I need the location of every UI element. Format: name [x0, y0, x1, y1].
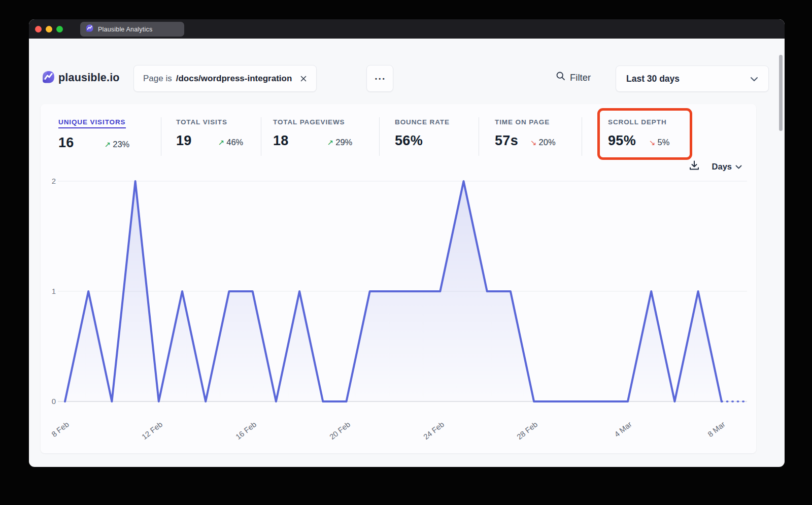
visitors-line-chart[interactable]: 2 1 0 [41, 175, 751, 409]
trend-down-icon: ↘ [649, 138, 656, 147]
interval-label: Days [712, 162, 732, 172]
metric-total-pageviews[interactable]: TOTAL PAGEVIEWS 18 ↗29% [273, 117, 352, 149]
page-filter-chip[interactable]: Page is /docs/wordpress-integration [133, 65, 317, 92]
x-axis-tick: 24 Feb [422, 420, 446, 441]
filter-search-button[interactable]: Filter [556, 71, 591, 84]
metric-label: TOTAL VISITS [176, 118, 227, 126]
window-controls [35, 26, 63, 32]
metric-label: TOTAL PAGEVIEWS [273, 118, 345, 126]
scrollbar-thumb[interactable] [779, 55, 783, 131]
x-axis-tick: 8 Mar [706, 420, 727, 439]
date-range-dropdown[interactable]: Last 30 days [616, 65, 769, 92]
divider [379, 117, 380, 156]
filter-chip-value: /docs/wordpress-integration [176, 74, 292, 84]
site-name[interactable]: plausible.io [58, 72, 120, 84]
ellipsis-icon: ••• [374, 76, 386, 82]
metric-scroll-depth[interactable]: SCROLL DEPTH 95% ↘5% [608, 117, 669, 149]
browser-titlebar: Plausible Analytics [29, 19, 785, 39]
metric-value: 56% [395, 133, 423, 149]
metric-unique-visitors[interactable]: UNIQUE VISITORS 16 ↗23% [58, 117, 129, 151]
x-axis-tick: 8 Feb [50, 420, 71, 439]
metric-label: SCROLL DEPTH [608, 118, 667, 126]
metric-label: UNIQUE VISITORS [58, 118, 126, 128]
metric-label: TIME ON PAGE [495, 118, 550, 126]
metric-total-visits[interactable]: TOTAL VISITS 19 ↗46% [176, 117, 243, 149]
trend-down-icon: ↘ [530, 138, 537, 147]
metric-change: 5% [658, 138, 670, 147]
search-icon [556, 71, 566, 84]
interval-dropdown[interactable]: Days [712, 162, 742, 172]
browser-tab[interactable]: Plausible Analytics [80, 22, 184, 37]
remove-filter-icon[interactable] [300, 75, 307, 82]
x-axis-tick: 28 Feb [515, 420, 539, 441]
trend-up-icon: ↗ [105, 140, 111, 149]
stats-card: UNIQUE VISITORS 16 ↗23% TOTAL VISITS 19 … [41, 104, 756, 453]
metric-value: 16 [58, 135, 74, 151]
plausible-logo-icon [42, 71, 55, 84]
plausible-favicon-icon [86, 24, 93, 35]
browser-window: Plausible Analytics plausible.io Page is… [29, 19, 785, 467]
metric-label: BOUNCE RATE [395, 118, 450, 126]
chevron-down-icon [735, 162, 742, 172]
metric-change: 29% [335, 138, 352, 147]
divider [161, 117, 161, 156]
metric-change: 20% [539, 138, 556, 147]
filter-label: Filter [570, 72, 591, 83]
divider [582, 117, 582, 156]
tab-title: Plausible Analytics [98, 26, 152, 33]
x-axis-tick: 20 Feb [328, 420, 352, 441]
x-axis-tick: 12 Feb [140, 420, 164, 441]
close-window-button[interactable] [35, 26, 42, 32]
more-options-button[interactable]: ••• [366, 65, 393, 92]
metric-value: 18 [273, 133, 289, 149]
minimize-window-button[interactable] [46, 26, 52, 32]
metric-bounce-rate[interactable]: BOUNCE RATE 56% [395, 117, 450, 149]
download-export-icon[interactable] [689, 160, 700, 173]
metric-value: 19 [176, 133, 192, 149]
metric-time-on-page[interactable]: TIME ON PAGE 57s ↘20% [495, 117, 556, 149]
date-range-value: Last 30 days [626, 74, 680, 84]
x-axis-tick: 4 Mar [613, 420, 633, 439]
divider [479, 117, 479, 156]
metric-value: 57s [495, 133, 518, 149]
chart-plot-area [41, 175, 751, 409]
metric-change: 46% [226, 138, 243, 147]
zoom-window-button[interactable] [56, 26, 63, 32]
x-axis-tick: 16 Feb [234, 420, 258, 441]
metric-value: 95% [608, 133, 636, 149]
x-axis-labels: 8 Feb 12 Feb 16 Feb 20 Feb 24 Feb 28 Feb… [41, 413, 751, 448]
metric-change: 23% [113, 140, 129, 149]
filter-chip-prefix: Page is [143, 74, 172, 84]
divider [261, 117, 261, 156]
trend-up-icon: ↗ [327, 138, 334, 147]
trend-up-icon: ↗ [218, 138, 225, 147]
chevron-down-icon [750, 74, 758, 84]
